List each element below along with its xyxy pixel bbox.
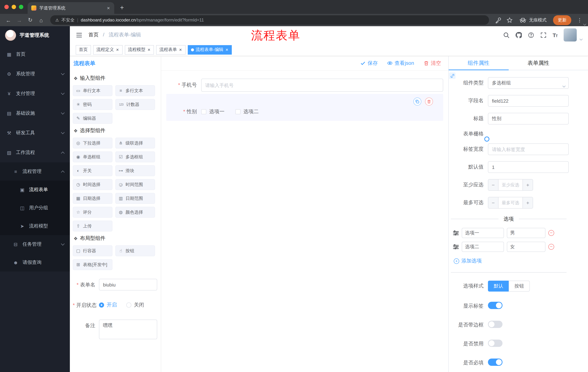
component-item[interactable]: ◍颜色选择 xyxy=(115,207,155,218)
sidebar-item[interactable]: ▧工作流程 xyxy=(0,143,70,162)
window-zoom-button[interactable] xyxy=(19,5,23,9)
tag-item[interactable]: 流程表单-编辑× xyxy=(188,45,232,54)
component-item[interactable]: ☝按钮 xyxy=(115,245,155,256)
clear-button[interactable]: 清空 xyxy=(423,60,441,66)
component-item[interactable]: 123计数器 xyxy=(115,99,155,110)
remove-option-button[interactable]: − xyxy=(548,244,554,250)
toggle-switch[interactable] xyxy=(488,340,503,347)
component-item[interactable]: ⊞表格[开发中] xyxy=(73,259,112,270)
sidebar-item[interactable]: ⊟任务管理 xyxy=(0,235,70,253)
default-value-input[interactable] xyxy=(488,161,569,173)
tab-form-props[interactable]: 表单属性 xyxy=(508,56,568,70)
security-label[interactable]: 不安全 xyxy=(62,17,74,23)
window-close-button[interactable] xyxy=(4,5,9,9)
component-item[interactable]: ▥日期范围 xyxy=(115,193,155,204)
form-remark-textarea[interactable]: 嘿嘿 xyxy=(99,319,157,339)
title-input[interactable] xyxy=(488,113,569,125)
delete-field-button[interactable] xyxy=(425,97,433,106)
field-name-input[interactable] xyxy=(488,95,569,107)
tag-item[interactable]: 流程表单× xyxy=(156,45,185,54)
save-button[interactable]: 保存 xyxy=(360,60,378,66)
sidebar-item[interactable]: ≡流程管理 xyxy=(0,162,70,181)
form-name-input[interactable] xyxy=(99,279,157,290)
tag-item[interactable]: 流程定义× xyxy=(93,45,122,54)
component-item[interactable]: ⋔级联选择 xyxy=(115,138,155,149)
component-item[interactable]: ✳密码 xyxy=(73,99,112,110)
tag-close-icon[interactable]: × xyxy=(116,47,119,53)
drag-handle-icon[interactable] xyxy=(453,244,459,250)
toolbar-caret-icon[interactable] xyxy=(584,20,586,27)
option-label-input[interactable] xyxy=(462,228,504,238)
component-item[interactable]: ☆评分 xyxy=(73,207,112,218)
github-icon[interactable] xyxy=(515,32,522,38)
breadcrumb-home[interactable]: 首页 xyxy=(88,32,99,37)
address-bar[interactable]: ⚠ 不安全 | dashboard.yudao.iocoder.cn/bpm/m… xyxy=(50,15,489,25)
component-type-select[interactable] xyxy=(488,77,569,89)
checkbox-option[interactable]: 选项一 xyxy=(201,108,224,115)
user-avatar[interactable] xyxy=(564,28,577,42)
component-item[interactable]: ☑多选框组 xyxy=(115,151,155,162)
component-item[interactable]: ▭单行文本 xyxy=(73,85,112,96)
component-item[interactable]: ◶时间范围 xyxy=(115,179,155,190)
component-item[interactable]: ≡多行文本 xyxy=(115,85,155,96)
status-off-radio[interactable]: 关闭 xyxy=(126,302,144,308)
new-tab-button[interactable]: + xyxy=(114,4,124,14)
view-json-button[interactable]: 查看json xyxy=(387,60,414,66)
status-on-radio[interactable]: 开启 xyxy=(99,302,117,308)
tag-close-icon[interactable]: × xyxy=(147,47,151,53)
toggle-switch[interactable] xyxy=(488,321,503,328)
sidebar-item[interactable]: ➤流程模型 xyxy=(0,217,70,235)
sidebar-item[interactable]: ▣流程表单 xyxy=(0,181,70,199)
minus-button[interactable]: − xyxy=(488,180,498,190)
component-item[interactable]: ✎编辑器 xyxy=(73,113,112,124)
bookmark-star-icon[interactable] xyxy=(506,17,513,23)
option-value-input[interactable] xyxy=(507,242,546,252)
search-icon[interactable] xyxy=(503,32,509,38)
tab-close-icon[interactable]: × xyxy=(106,5,111,11)
component-item[interactable]: ◷时间选择 xyxy=(73,179,112,190)
sidebar-item[interactable]: ⚒研发工具 xyxy=(0,123,70,143)
option-label-input[interactable] xyxy=(462,242,504,252)
component-item[interactable]: ◐开关 xyxy=(73,165,112,176)
tag-item[interactable]: 流程模型× xyxy=(125,45,154,54)
browser-update-button[interactable]: 更新 xyxy=(553,15,571,25)
component-item[interactable]: ◉单选框组 xyxy=(73,151,112,162)
toggle-switch[interactable] xyxy=(488,302,503,309)
drag-handle-icon[interactable] xyxy=(453,230,459,236)
label-width-input[interactable] xyxy=(488,143,569,155)
plus-button[interactable]: + xyxy=(523,197,533,208)
min-select-value[interactable]: 至少应选 xyxy=(498,180,523,190)
browser-menu-icon[interactable]: ⋮ xyxy=(575,17,584,23)
app-logo[interactable]: 芋道管理系统 xyxy=(0,26,70,44)
forward-button[interactable]: → xyxy=(15,17,24,23)
phone-field-row[interactable]: 手机号 xyxy=(166,79,443,92)
component-item[interactable]: ⇧上传 xyxy=(73,221,112,232)
sidebar-item[interactable]: ¥支付管理 xyxy=(0,84,70,103)
sidebar-collapse-icon[interactable] xyxy=(76,32,83,38)
reload-button[interactable]: ↻ xyxy=(25,17,35,23)
help-icon[interactable] xyxy=(528,32,534,38)
avatar-caret-icon[interactable] xyxy=(580,35,582,42)
minus-button[interactable]: − xyxy=(488,197,498,208)
remove-option-button[interactable]: − xyxy=(548,230,554,236)
tab-component-props[interactable]: 组件属性 xyxy=(449,56,508,70)
option-value-input[interactable] xyxy=(507,228,546,238)
add-option-button[interactable]: + 添加选项 xyxy=(454,258,569,264)
slider-handle[interactable] xyxy=(484,137,489,142)
component-item[interactable]: ▦日期选择 xyxy=(73,193,112,204)
style-button-button[interactable]: 按钮 xyxy=(509,281,530,292)
tag-item[interactable]: 首页 xyxy=(76,45,91,54)
copy-field-button[interactable] xyxy=(413,97,421,106)
sidebar-item[interactable]: ▦首页 xyxy=(0,44,70,64)
max-select-value[interactable]: 最多可选 xyxy=(498,197,523,208)
fullscreen-icon[interactable] xyxy=(540,32,546,38)
tag-close-icon[interactable]: × xyxy=(179,47,182,53)
sidebar-item[interactable]: ◫用户分组 xyxy=(0,199,70,217)
security-warning-icon[interactable]: ⚠ xyxy=(55,18,59,22)
selected-field-block[interactable]: 性别 选项一选项二 xyxy=(166,94,443,121)
sidebar-item[interactable]: ☻请假查询 xyxy=(0,253,70,272)
toggle-switch[interactable] xyxy=(488,359,503,366)
checkbox-option[interactable]: 选项二 xyxy=(235,108,259,115)
component-item[interactable]: ▢行容器 xyxy=(73,245,112,256)
password-key-icon[interactable] xyxy=(495,17,501,23)
